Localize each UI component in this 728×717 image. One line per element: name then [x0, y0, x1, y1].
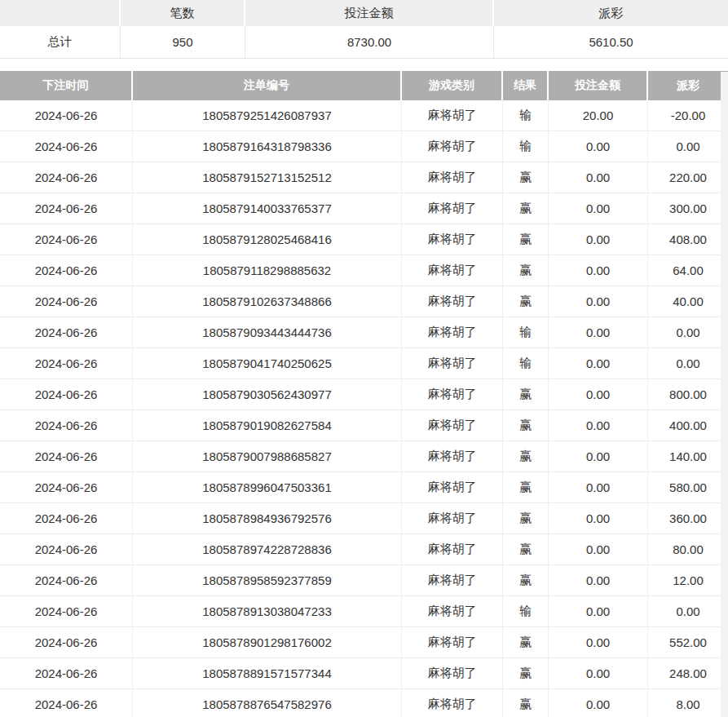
table-row: 2024-06-26 1805879102637348866 麻将胡了 赢 0.… — [0, 286, 728, 317]
table-row: 2024-06-26 1805878996047503361 麻将胡了 赢 0.… — [0, 472, 728, 503]
cell-game-type: 麻将胡了 — [402, 193, 503, 224]
cell-result: 输 — [503, 596, 549, 626]
cell-bet-amount: 20.00 — [549, 100, 648, 131]
cell-order-number: 1805878901298176002 — [133, 627, 402, 657]
cell-result: 赢 — [503, 565, 549, 595]
cell-bet-amount: 0.00 — [549, 627, 648, 657]
table-row: 2024-06-26 1805879093443444736 麻将胡了 输 0.… — [0, 317, 728, 348]
summary-header-empty — [0, 0, 121, 26]
cell-bet-amount: 0.00 — [549, 410, 648, 440]
cell-payout: 580.00 — [648, 472, 728, 502]
cell-bet-time: 2024-06-26 — [0, 379, 133, 409]
cell-result: 赢 — [503, 255, 549, 285]
cell-bet-time: 2024-06-26 — [0, 100, 133, 131]
cell-order-number: 1805878891571577344 — [133, 658, 402, 688]
cell-payout: 0.00 — [648, 317, 728, 347]
records-body: 2024-06-26 1805879251426087937 麻将胡了 输 20… — [0, 100, 728, 717]
bet-history-page: 笔数 投注金额 派彩 总计 950 8730.00 5610.50 下注时间 注… — [0, 0, 728, 717]
table-row: 2024-06-26 1805879140033765377 麻将胡了 赢 0.… — [0, 193, 728, 224]
table-row: 2024-06-26 1805879164318798336 麻将胡了 输 0.… — [0, 131, 728, 162]
cell-game-type: 麻将胡了 — [402, 441, 503, 471]
summary-table: 笔数 投注金额 派彩 总计 950 8730.00 5610.50 — [0, 0, 728, 59]
cell-game-type: 麻将胡了 — [402, 627, 503, 657]
cell-order-number: 1805879041740250625 — [133, 348, 402, 378]
cell-payout: 0.00 — [648, 131, 728, 162]
cell-bet-amount: 0.00 — [549, 286, 648, 316]
summary-total-count: 950 — [121, 26, 245, 58]
cell-bet-time: 2024-06-26 — [0, 534, 133, 564]
cell-bet-time: 2024-06-26 — [0, 503, 133, 533]
table-row: 2024-06-26 1805878958592377859 麻将胡了 赢 0.… — [0, 565, 728, 596]
cell-bet-amount: 0.00 — [549, 224, 648, 254]
cell-game-type: 麻将胡了 — [402, 534, 503, 564]
cell-result: 输 — [503, 100, 549, 131]
bet-records-table: 下注时间 注单编号 游戏类别 结果 投注金额 派彩 2024-06-26 180… — [0, 71, 728, 717]
cell-result: 赢 — [503, 627, 549, 657]
cell-payout: 400.00 — [648, 410, 728, 440]
cell-payout: 248.00 — [648, 658, 728, 688]
cell-bet-time: 2024-06-26 — [0, 689, 133, 717]
cell-game-type: 麻将胡了 — [402, 379, 503, 409]
cell-bet-time: 2024-06-26 — [0, 565, 133, 595]
cell-result: 赢 — [503, 503, 549, 533]
cell-game-type: 麻将胡了 — [402, 286, 503, 316]
cell-bet-amount: 0.00 — [549, 689, 648, 717]
cell-bet-time: 2024-06-26 — [0, 596, 133, 626]
cell-game-type: 麻将胡了 — [402, 503, 503, 533]
cell-bet-amount: 0.00 — [549, 596, 648, 626]
cell-game-type: 麻将胡了 — [402, 100, 503, 131]
table-row: 2024-06-26 1805879118298885632 麻将胡了 赢 0.… — [0, 255, 728, 286]
summary-total-row: 总计 950 8730.00 5610.50 — [0, 26, 728, 59]
cell-game-type: 麻将胡了 — [402, 224, 503, 254]
header-game-type: 游戏类别 — [402, 71, 503, 100]
cell-order-number: 1805879007988685827 — [133, 441, 402, 471]
cell-payout: 80.00 — [648, 534, 728, 564]
cell-bet-time: 2024-06-26 — [0, 441, 133, 471]
cell-game-type: 麻将胡了 — [402, 689, 503, 717]
summary-header-payout: 派彩 — [494, 0, 728, 26]
table-row: 2024-06-26 1805879007988685827 麻将胡了 赢 0.… — [0, 441, 728, 472]
cell-result: 输 — [503, 348, 549, 378]
cell-result: 赢 — [503, 224, 549, 254]
cell-order-number: 1805879128025468416 — [133, 224, 402, 254]
cell-result: 输 — [503, 131, 549, 162]
summary-header-count: 笔数 — [121, 0, 245, 26]
vertical-scrollbar[interactable] — [721, 72, 728, 717]
cell-game-type: 麻将胡了 — [402, 596, 503, 626]
cell-payout: -20.00 — [648, 100, 728, 131]
cell-payout: 300.00 — [648, 193, 728, 224]
cell-order-number: 1805879118298885632 — [133, 255, 402, 285]
cell-bet-amount: 0.00 — [549, 565, 648, 595]
cell-order-number: 1805879152713152512 — [133, 162, 402, 193]
cell-bet-time: 2024-06-26 — [0, 255, 133, 285]
cell-order-number: 1805879030562430977 — [133, 379, 402, 409]
cell-bet-amount: 0.00 — [549, 317, 648, 347]
cell-order-number: 1805879140033765377 — [133, 193, 402, 224]
table-row: 2024-06-26 1805878901298176002 麻将胡了 赢 0.… — [0, 627, 728, 658]
cell-bet-time: 2024-06-26 — [0, 286, 133, 316]
cell-bet-amount: 0.00 — [549, 534, 648, 564]
cell-bet-amount: 0.00 — [549, 131, 648, 162]
cell-bet-amount: 0.00 — [549, 348, 648, 378]
cell-bet-time: 2024-06-26 — [0, 627, 133, 657]
summary-header-row: 笔数 投注金额 派彩 — [0, 0, 728, 26]
cell-order-number: 1805878876547582976 — [133, 689, 402, 717]
cell-order-number: 1805878913038047233 — [133, 596, 402, 626]
cell-bet-amount: 0.00 — [549, 162, 648, 193]
cell-payout: 220.00 — [648, 162, 728, 193]
cell-result: 赢 — [503, 286, 549, 316]
cell-payout: 12.00 — [648, 565, 728, 595]
cell-game-type: 麻将胡了 — [402, 131, 503, 162]
records-header-row: 下注时间 注单编号 游戏类别 结果 投注金额 派彩 — [0, 71, 728, 100]
cell-payout: 360.00 — [648, 503, 728, 533]
cell-bet-amount: 0.00 — [549, 193, 648, 224]
cell-game-type: 麻将胡了 — [402, 348, 503, 378]
cell-game-type: 麻将胡了 — [402, 410, 503, 440]
header-payout: 派彩 — [648, 71, 728, 100]
cell-payout: 8.00 — [648, 689, 728, 717]
table-row: 2024-06-26 1805879128025468416 麻将胡了 赢 0.… — [0, 224, 728, 255]
table-row: 2024-06-26 1805879041740250625 麻将胡了 输 0.… — [0, 348, 728, 379]
cell-game-type: 麻将胡了 — [402, 255, 503, 285]
table-row: 2024-06-26 1805878876547582976 麻将胡了 赢 0.… — [0, 689, 728, 717]
cell-game-type: 麻将胡了 — [402, 317, 503, 347]
